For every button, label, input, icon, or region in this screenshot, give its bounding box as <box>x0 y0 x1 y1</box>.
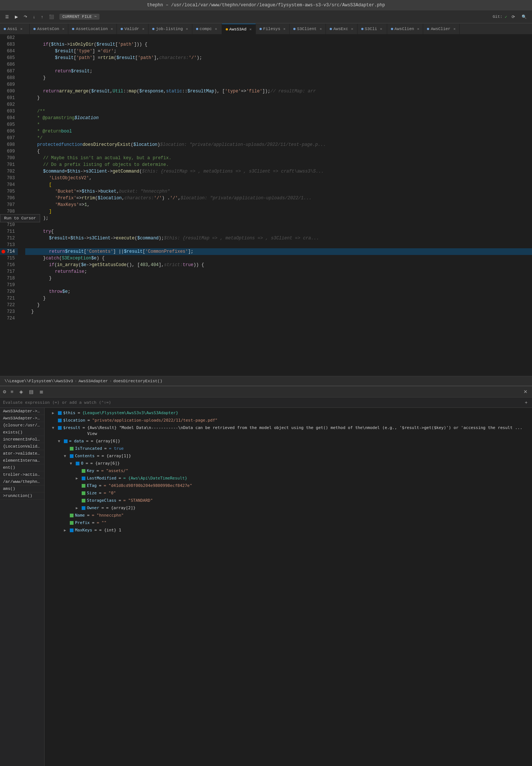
stack-item-2[interactable]: {closure:/usr/local/var/www/t... <box>0 422 44 429</box>
gutter-703: 703 <box>0 175 18 181</box>
tab-validr[interactable]: Validr ✕ <box>117 24 148 34</box>
stack-item-9[interactable]: troller->actionUpload() <box>0 471 44 478</box>
stack-item-6[interactable]: ator->validateAttributes(...) <box>0 450 44 457</box>
tab-close-awss3ad[interactable]: ✕ <box>249 27 252 32</box>
panel-toolbar: ⚙ ≡ ◈ ▤ ≣ ✕ <box>0 386 532 397</box>
stop-btn[interactable]: ⬛ <box>47 14 56 20</box>
code-editor[interactable]: if ($this->isOnlyDir($result['path'])) {… <box>22 35 532 376</box>
tab-close-awsclien[interactable]: ✕ <box>417 27 419 31</box>
var-contents[interactable]: ▼ Contents = = {array[1]} <box>45 452 532 460</box>
tab-awsclien[interactable]: AwsClien ✕ <box>387 24 424 34</box>
var-maxkeys[interactable]: ▶ MaxKeys = = {int} 1 <box>45 527 532 534</box>
tab-assetlocation[interactable]: AssetLocation ✕ <box>68 24 117 34</box>
var-location[interactable]: $location = "private/application-uploads… <box>45 417 532 424</box>
tab-s3cli[interactable]: S3Cli ✕ <box>358 24 387 34</box>
tab-assi[interactable]: Assi ✕ <box>0 24 30 34</box>
stack-item-8[interactable]: ent() <box>0 464 44 471</box>
stack-item-4[interactable]: incrementInFolder() <box>0 436 44 443</box>
tab-close-s3cli[interactable]: ✕ <box>380 27 382 31</box>
tab-s3client[interactable]: S3Client ✕ <box>290 24 326 34</box>
code-line-711: try { <box>25 228 532 235</box>
stack-item-10[interactable]: /ar/www/thephn/vendor/yiisof... <box>0 478 44 485</box>
gutter-723: 723 <box>0 308 18 315</box>
var-result[interactable]: ▼ $result = {Aws\Result} "Model Data\n--… <box>45 424 532 438</box>
tab-close-assetlocation[interactable]: ✕ <box>111 27 113 31</box>
tab-close-filesys[interactable]: ✕ <box>283 27 285 31</box>
panel-close-btn[interactable]: ✕ <box>522 388 529 395</box>
toggle-contents[interactable]: ▼ <box>64 453 68 459</box>
var-owner[interactable]: ▶ Owner = = {array[2]} <box>45 504 532 512</box>
tab-close-validr[interactable]: ✕ <box>142 27 144 31</box>
stack-item-11[interactable]: ams() <box>0 485 44 492</box>
debug-variables: ▶ $this = {League\Flysystem\AwsS3v3\AwsS… <box>45 408 532 766</box>
icon-name <box>70 514 74 517</box>
breadcrumb-item-1[interactable]: \\League\\Flysystem\\AwsS3v3 <box>4 379 73 383</box>
stack-item-7[interactable]: elementInternal() <box>0 457 44 464</box>
tab-close-s3client[interactable]: ✕ <box>320 27 322 31</box>
stack-item-12[interactable]: >runAction() <box>0 492 44 500</box>
breadcrumb: \\League\\Flysystem\\AwsS3v3 › AwsS3Adap… <box>0 376 532 386</box>
toggle-contents-0[interactable]: ▼ <box>70 461 74 467</box>
tab-close-job-listing[interactable]: ✕ <box>186 27 188 31</box>
toggle-lastmodified[interactable]: ▶ <box>76 475 80 481</box>
gutter-712: 712 <box>0 235 18 242</box>
git-checkmark: ✓ <box>505 14 507 19</box>
stack-item-0[interactable]: AwsS3Adapter->doesDirector... <box>0 408 44 415</box>
tab-close-compc[interactable]: ✕ <box>215 27 217 31</box>
tab-job-listing[interactable]: job-listing ✕ <box>148 24 192 34</box>
toggle-result[interactable]: ▼ <box>52 425 56 431</box>
tab-close-awsexc[interactable]: ✕ <box>351 27 353 31</box>
var-key[interactable]: Key = = "assets/" <box>45 467 532 475</box>
tab-close-awsclier[interactable]: ✕ <box>453 27 456 31</box>
panel-btn-4[interactable]: ≣ <box>38 388 45 395</box>
tab-filesys[interactable]: Filesys ✕ <box>256 24 290 34</box>
tab-close-assi[interactable]: ✕ <box>20 27 22 31</box>
var-data[interactable]: ▼ = data = = {array[6]} <box>45 438 532 445</box>
search-btn[interactable]: 🔍 <box>519 14 529 20</box>
history-btn[interactable]: ⟳ <box>509 14 517 20</box>
panel-btn-3[interactable]: ▤ <box>27 388 35 395</box>
var-lastmodified[interactable]: ▶ LastModified = = {Aws\Api\DateTimeResu… <box>45 475 532 482</box>
breadcrumb-item-3[interactable]: doesDirectoryExist() <box>113 379 162 383</box>
breadcrumb-item-2[interactable]: AwsS3Adapter <box>78 379 108 383</box>
git-label: Git: <box>493 14 502 19</box>
var-storageclass[interactable]: StorageClass = = "STANDARD" <box>45 497 532 504</box>
toggle-this[interactable]: ▶ <box>52 410 56 416</box>
toggle-maxkeys[interactable]: ▶ <box>64 527 68 533</box>
var-prefix[interactable]: Prefix = = "" <box>45 519 532 527</box>
var-contents-0[interactable]: ▼ 0 = = {array[6]} <box>45 460 532 467</box>
menu-button[interactable]: ☰ <box>3 14 11 20</box>
var-this[interactable]: ▶ $this = {League\Flysystem\AwsS3v3\AwsS… <box>45 409 532 417</box>
stack-item-5[interactable]: {LocationValidator->validateA... <box>0 443 44 450</box>
gutter-686: 686 <box>0 61 18 68</box>
panel-btn-2[interactable]: ◈ <box>18 388 25 395</box>
run-btn[interactable]: ▶ <box>13 14 20 20</box>
panel-settings-icon[interactable]: ⚙ <box>3 389 6 395</box>
code-line-724 <box>25 315 532 322</box>
stack-item-3[interactable]: exists() <box>0 429 44 436</box>
tab-assetscon[interactable]: AssetsCon ✕ <box>30 24 68 34</box>
tab-compc[interactable]: compc ✕ <box>192 24 222 34</box>
add-watch-btn[interactable]: + <box>523 399 529 406</box>
var-istruncated[interactable]: IsTruncated = = true <box>45 445 532 452</box>
gutter-707: 707 <box>0 202 18 208</box>
var-size[interactable]: Size = = "0" <box>45 490 532 497</box>
step-over-btn[interactable]: ↷ <box>22 14 29 20</box>
toggle-data[interactable]: ▼ <box>58 438 62 444</box>
icon-istruncated <box>70 447 74 451</box>
gutter-702: 702 <box>0 168 18 175</box>
toggle-owner[interactable]: ▶ <box>76 505 80 511</box>
step-out-btn[interactable]: ↑ <box>39 14 46 20</box>
tab-awss3ad[interactable]: AwsS3Ad ✕ <box>222 24 256 34</box>
var-name[interactable]: Name = = "hnneccphn" <box>45 512 532 519</box>
gutter-698: 698 <box>0 141 18 148</box>
tab-awsexc[interactable]: AwsExc ✕ <box>326 24 358 34</box>
current-file-badge[interactable]: CURRENT FILE ~ <box>59 14 99 20</box>
evaluate-input[interactable] <box>3 400 520 405</box>
tab-awsclier[interactable]: AwsClier ✕ <box>423 24 460 34</box>
stack-item-1[interactable]: AwsS3Adapter->has() <box>0 415 44 422</box>
tab-close-assetscon[interactable]: ✕ <box>62 27 64 31</box>
var-etag[interactable]: ETag = = "d41d8cd98f00b204e9800998ecf842… <box>45 482 532 490</box>
panel-btn-1[interactable]: ≡ <box>9 388 15 395</box>
step-into-btn[interactable]: ↓ <box>31 14 37 20</box>
